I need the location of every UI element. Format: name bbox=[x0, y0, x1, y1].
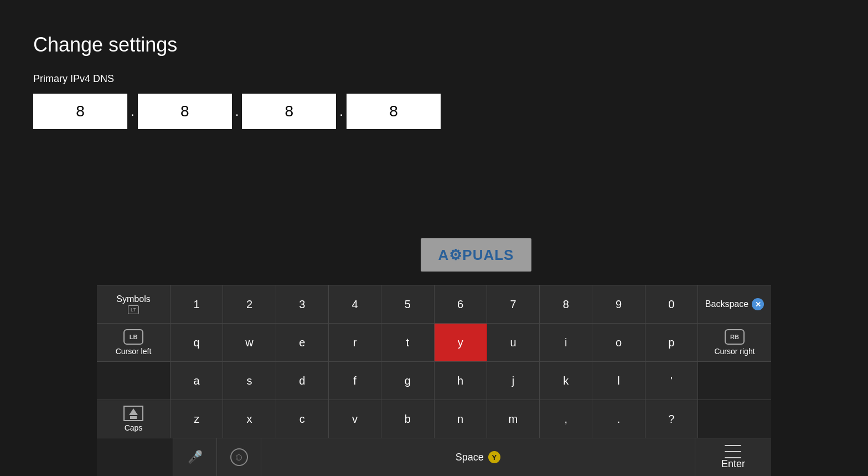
key-7[interactable]: 7 bbox=[487, 285, 540, 323]
key-2[interactable]: 2 bbox=[223, 285, 276, 323]
key-e[interactable]: e bbox=[276, 324, 329, 361]
watermark: A⚙PUALS bbox=[421, 238, 531, 272]
key-a[interactable]: a bbox=[170, 362, 223, 400]
key-i[interactable]: i bbox=[540, 324, 592, 361]
x-button-icon: ✕ bbox=[752, 298, 764, 310]
key-space[interactable]: Space Y bbox=[261, 438, 695, 476]
dns-octet-3[interactable]: 8 bbox=[242, 94, 336, 129]
enter-label: Enter bbox=[721, 458, 745, 470]
key-r[interactable]: r bbox=[329, 324, 381, 361]
key-6[interactable]: 6 bbox=[435, 285, 487, 323]
key-cursor-left[interactable]: LB Cursor left bbox=[97, 324, 170, 361]
key-comma[interactable]: , bbox=[540, 400, 592, 438]
cursor-left-label: Cursor left bbox=[116, 347, 152, 356]
key-question[interactable]: ? bbox=[645, 400, 698, 438]
key-caps[interactable]: Caps bbox=[97, 400, 170, 438]
space-label: Space bbox=[456, 452, 484, 463]
keyboard: Symbols LT 1 2 3 4 5 6 7 8 9 0 Backspace… bbox=[97, 285, 771, 476]
key-emoji[interactable]: ☺ bbox=[217, 438, 261, 476]
dns-label: Primary IPv4 DNS bbox=[33, 73, 835, 85]
dns-octet-2[interactable]: 8 bbox=[138, 94, 232, 129]
key-x[interactable]: x bbox=[223, 400, 276, 438]
dns-dot-1: . bbox=[127, 104, 138, 119]
caps-label: Caps bbox=[125, 423, 143, 432]
key-f[interactable]: f bbox=[329, 362, 381, 400]
keyboard-row-2: LB Cursor left q w e r t y u i o p RB Cu… bbox=[97, 324, 771, 362]
backspace-label: Backspace bbox=[705, 299, 748, 309]
key-4[interactable]: 4 bbox=[329, 285, 381, 323]
symbols-badge: LT bbox=[128, 305, 139, 314]
key-j[interactable]: j bbox=[487, 362, 540, 400]
key-spacer-left bbox=[97, 438, 173, 476]
keyboard-row-3: a s d f g h j k l ' bbox=[97, 362, 771, 400]
key-backspace[interactable]: Backspace ✕ bbox=[698, 285, 771, 323]
keyboard-row-1: Symbols LT 1 2 3 4 5 6 7 8 9 0 Backspace… bbox=[97, 285, 771, 324]
key-0[interactable]: 0 bbox=[645, 285, 698, 323]
key-n[interactable]: n bbox=[435, 400, 487, 438]
key-5[interactable]: 5 bbox=[381, 285, 434, 323]
key-y[interactable]: y bbox=[435, 324, 487, 361]
key-k[interactable]: k bbox=[540, 362, 592, 400]
key-h[interactable]: h bbox=[435, 362, 487, 400]
dns-fields: 8 . 8 . 8 . 8 bbox=[33, 94, 835, 129]
enter-menu-icon bbox=[725, 445, 741, 458]
key-cursor-right[interactable]: RB Cursor right bbox=[698, 324, 771, 361]
key-s[interactable]: s bbox=[223, 362, 276, 400]
key-enter-filler bbox=[698, 400, 771, 438]
rb-icon: RB bbox=[725, 329, 745, 345]
top-section: Change settings Primary IPv4 DNS 8 . 8 .… bbox=[0, 0, 868, 151]
key-9[interactable]: 9 bbox=[592, 285, 645, 323]
key-w[interactable]: w bbox=[223, 324, 276, 361]
key-z[interactable]: z bbox=[170, 400, 223, 438]
key-m[interactable]: m bbox=[487, 400, 540, 438]
key-o[interactable]: o bbox=[592, 324, 645, 361]
key-q[interactable]: q bbox=[170, 324, 223, 361]
y-button-icon: Y bbox=[488, 451, 500, 463]
key-period[interactable]: . bbox=[592, 400, 645, 438]
key-symbols[interactable]: Symbols LT bbox=[97, 285, 170, 323]
key-filler-left bbox=[97, 362, 170, 400]
emoji-button-icon: ☺ bbox=[230, 448, 248, 466]
dns-dot-3: . bbox=[336, 104, 347, 119]
key-apostrophe[interactable]: ' bbox=[645, 362, 698, 400]
key-filler-right bbox=[698, 362, 771, 400]
key-3[interactable]: 3 bbox=[276, 285, 329, 323]
dns-octet-4[interactable]: 8 bbox=[347, 94, 441, 129]
key-l[interactable]: l bbox=[592, 362, 645, 400]
key-u[interactable]: u bbox=[487, 324, 540, 361]
page-title: Change settings bbox=[33, 33, 835, 57]
key-1[interactable]: 1 bbox=[170, 285, 223, 323]
keyboard-row-4: Caps z x c v b n m , . ? bbox=[97, 400, 771, 438]
key-g[interactable]: g bbox=[381, 362, 434, 400]
key-b[interactable]: b bbox=[381, 400, 434, 438]
key-enter[interactable]: Enter bbox=[695, 438, 771, 476]
key-t[interactable]: t bbox=[381, 324, 434, 361]
key-c[interactable]: c bbox=[276, 400, 329, 438]
lb-icon: LB bbox=[123, 329, 143, 345]
dns-dot-2: . bbox=[232, 104, 242, 119]
key-8[interactable]: 8 bbox=[540, 285, 592, 323]
caps-icon bbox=[123, 406, 143, 421]
dns-octet-1[interactable]: 8 bbox=[33, 94, 127, 129]
cursor-right-label: Cursor right bbox=[714, 347, 755, 356]
key-d[interactable]: d bbox=[276, 362, 329, 400]
key-v[interactable]: v bbox=[329, 400, 381, 438]
key-p[interactable]: p bbox=[645, 324, 698, 361]
mic-icon: 🎤 bbox=[188, 450, 203, 464]
keyboard-row-5: 🎤 ☺ Space Y Enter bbox=[97, 438, 771, 476]
key-mic[interactable]: 🎤 bbox=[173, 438, 217, 476]
symbols-label: Symbols bbox=[116, 294, 150, 304]
